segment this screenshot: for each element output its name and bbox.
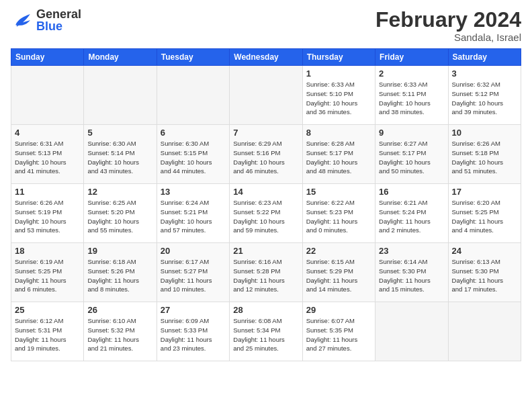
day-info: Sunrise: 6:13 AM Sunset: 5:30 PM Dayligh…	[452, 257, 517, 294]
day-number: 16	[379, 187, 444, 197]
table-row: 14Sunrise: 6:23 AM Sunset: 5:22 PM Dayli…	[230, 184, 302, 243]
day-number: 2	[379, 68, 444, 79]
table-row: 3Sunrise: 6:32 AM Sunset: 5:12 PM Daylig…	[448, 66, 521, 125]
col-saturday: Saturday	[448, 49, 521, 66]
week-row-1: 1Sunrise: 6:33 AM Sunset: 5:10 PM Daylig…	[11, 66, 521, 125]
table-row: 25Sunrise: 6:12 AM Sunset: 5:31 PM Dayli…	[11, 302, 84, 361]
week-row-2: 4Sunrise: 6:31 AM Sunset: 5:13 PM Daylig…	[11, 125, 521, 184]
day-info: Sunrise: 6:29 AM Sunset: 5:16 PM Dayligh…	[233, 139, 298, 176]
day-info: Sunrise: 6:26 AM Sunset: 5:19 PM Dayligh…	[15, 198, 80, 235]
day-number: 17	[452, 187, 517, 197]
day-number: 10	[452, 128, 517, 138]
table-row: 16Sunrise: 6:21 AM Sunset: 5:24 PM Dayli…	[375, 184, 448, 243]
logo-text: General Blue	[36, 8, 81, 32]
day-info: Sunrise: 6:14 AM Sunset: 5:30 PM Dayligh…	[379, 257, 444, 294]
day-number: 20	[161, 246, 226, 256]
table-row	[84, 66, 157, 125]
day-info: Sunrise: 6:33 AM Sunset: 5:11 PM Dayligh…	[379, 80, 444, 117]
table-row: 19Sunrise: 6:18 AM Sunset: 5:26 PM Dayli…	[84, 243, 157, 302]
calendar-table: Sunday Monday Tuesday Wednesday Thursday…	[11, 48, 521, 361]
day-number: 9	[379, 128, 444, 138]
table-row: 21Sunrise: 6:16 AM Sunset: 5:28 PM Dayli…	[230, 243, 302, 302]
day-info: Sunrise: 6:27 AM Sunset: 5:17 PM Dayligh…	[379, 139, 444, 176]
table-row: 15Sunrise: 6:22 AM Sunset: 5:23 PM Dayli…	[302, 184, 375, 243]
day-info: Sunrise: 6:12 AM Sunset: 5:31 PM Dayligh…	[15, 316, 80, 353]
col-monday: Monday	[84, 49, 157, 66]
day-info: Sunrise: 6:20 AM Sunset: 5:25 PM Dayligh…	[452, 198, 517, 235]
day-info: Sunrise: 6:10 AM Sunset: 5:32 PM Dayligh…	[87, 316, 152, 353]
table-row: 13Sunrise: 6:24 AM Sunset: 5:21 PM Dayli…	[157, 184, 229, 243]
day-number: 14	[233, 187, 298, 197]
day-number: 15	[306, 187, 371, 197]
day-number: 13	[161, 187, 226, 197]
day-number: 6	[161, 128, 226, 138]
day-info: Sunrise: 6:16 AM Sunset: 5:28 PM Dayligh…	[233, 257, 298, 294]
logo: General Blue	[11, 8, 81, 32]
day-number: 25	[15, 305, 80, 315]
table-row: 2Sunrise: 6:33 AM Sunset: 5:11 PM Daylig…	[375, 66, 448, 125]
day-info: Sunrise: 6:07 AM Sunset: 5:35 PM Dayligh…	[306, 316, 371, 353]
table-row: 9Sunrise: 6:27 AM Sunset: 5:17 PM Daylig…	[375, 125, 448, 184]
day-info: Sunrise: 6:08 AM Sunset: 5:34 PM Dayligh…	[233, 316, 298, 353]
day-number: 19	[87, 246, 152, 256]
day-info: Sunrise: 6:31 AM Sunset: 5:13 PM Dayligh…	[15, 139, 80, 176]
day-number: 4	[15, 128, 80, 138]
table-row: 7Sunrise: 6:29 AM Sunset: 5:16 PM Daylig…	[230, 125, 302, 184]
col-sunday: Sunday	[11, 49, 84, 66]
col-thursday: Thursday	[302, 49, 375, 66]
day-info: Sunrise: 6:23 AM Sunset: 5:22 PM Dayligh…	[233, 198, 298, 235]
table-row	[157, 66, 229, 125]
day-number: 7	[233, 128, 298, 138]
logo-blue: Blue	[36, 20, 81, 32]
location-subtitle: Sandala, Israel	[375, 32, 521, 43]
table-row	[448, 302, 521, 361]
week-row-5: 25Sunrise: 6:12 AM Sunset: 5:31 PM Dayli…	[11, 302, 521, 361]
table-row	[11, 66, 84, 125]
col-wednesday: Wednesday	[230, 49, 302, 66]
day-info: Sunrise: 6:18 AM Sunset: 5:26 PM Dayligh…	[87, 257, 152, 294]
table-row: 11Sunrise: 6:26 AM Sunset: 5:19 PM Dayli…	[11, 184, 84, 243]
day-info: Sunrise: 6:17 AM Sunset: 5:27 PM Dayligh…	[161, 257, 226, 294]
day-number: 5	[87, 128, 152, 138]
day-info: Sunrise: 6:22 AM Sunset: 5:23 PM Dayligh…	[306, 198, 371, 235]
table-row: 12Sunrise: 6:25 AM Sunset: 5:20 PM Dayli…	[84, 184, 157, 243]
month-year-title: February 2024	[375, 8, 521, 32]
table-row: 5Sunrise: 6:30 AM Sunset: 5:14 PM Daylig…	[84, 125, 157, 184]
day-info: Sunrise: 6:30 AM Sunset: 5:14 PM Dayligh…	[87, 139, 152, 176]
table-row	[375, 302, 448, 361]
table-row	[230, 66, 302, 125]
table-row: 8Sunrise: 6:28 AM Sunset: 5:17 PM Daylig…	[302, 125, 375, 184]
title-block: February 2024 Sandala, Israel	[375, 8, 521, 43]
day-number: 18	[15, 246, 80, 256]
day-info: Sunrise: 6:33 AM Sunset: 5:10 PM Dayligh…	[306, 80, 371, 117]
day-number: 1	[306, 68, 371, 79]
table-row: 26Sunrise: 6:10 AM Sunset: 5:32 PM Dayli…	[84, 302, 157, 361]
table-row: 28Sunrise: 6:08 AM Sunset: 5:34 PM Dayli…	[230, 302, 302, 361]
day-number: 29	[306, 305, 371, 315]
day-info: Sunrise: 6:09 AM Sunset: 5:33 PM Dayligh…	[161, 316, 226, 353]
table-row: 6Sunrise: 6:30 AM Sunset: 5:15 PM Daylig…	[157, 125, 229, 184]
page-container: General Blue February 2024 Sandala, Isra…	[0, 0, 532, 367]
day-info: Sunrise: 6:30 AM Sunset: 5:15 PM Dayligh…	[161, 139, 226, 176]
table-row: 24Sunrise: 6:13 AM Sunset: 5:30 PM Dayli…	[448, 243, 521, 302]
day-info: Sunrise: 6:19 AM Sunset: 5:25 PM Dayligh…	[15, 257, 80, 294]
logo-general: General	[36, 8, 81, 20]
table-row: 27Sunrise: 6:09 AM Sunset: 5:33 PM Dayli…	[157, 302, 229, 361]
day-number: 3	[452, 68, 517, 79]
table-row: 10Sunrise: 6:26 AM Sunset: 5:18 PM Dayli…	[448, 125, 521, 184]
calendar-header-row: Sunday Monday Tuesday Wednesday Thursday…	[11, 49, 521, 66]
day-info: Sunrise: 6:21 AM Sunset: 5:24 PM Dayligh…	[379, 198, 444, 235]
day-info: Sunrise: 6:32 AM Sunset: 5:12 PM Dayligh…	[452, 80, 517, 117]
day-number: 12	[87, 187, 152, 197]
day-number: 28	[233, 305, 298, 315]
day-number: 26	[87, 305, 152, 315]
day-info: Sunrise: 6:28 AM Sunset: 5:17 PM Dayligh…	[306, 139, 371, 176]
table-row: 17Sunrise: 6:20 AM Sunset: 5:25 PM Dayli…	[448, 184, 521, 243]
day-info: Sunrise: 6:24 AM Sunset: 5:21 PM Dayligh…	[161, 198, 226, 235]
header: General Blue February 2024 Sandala, Isra…	[11, 8, 521, 43]
week-row-3: 11Sunrise: 6:26 AM Sunset: 5:19 PM Dayli…	[11, 184, 521, 243]
table-row: 1Sunrise: 6:33 AM Sunset: 5:10 PM Daylig…	[302, 66, 375, 125]
week-row-4: 18Sunrise: 6:19 AM Sunset: 5:25 PM Dayli…	[11, 243, 521, 302]
day-number: 22	[306, 246, 371, 256]
table-row: 29Sunrise: 6:07 AM Sunset: 5:35 PM Dayli…	[302, 302, 375, 361]
